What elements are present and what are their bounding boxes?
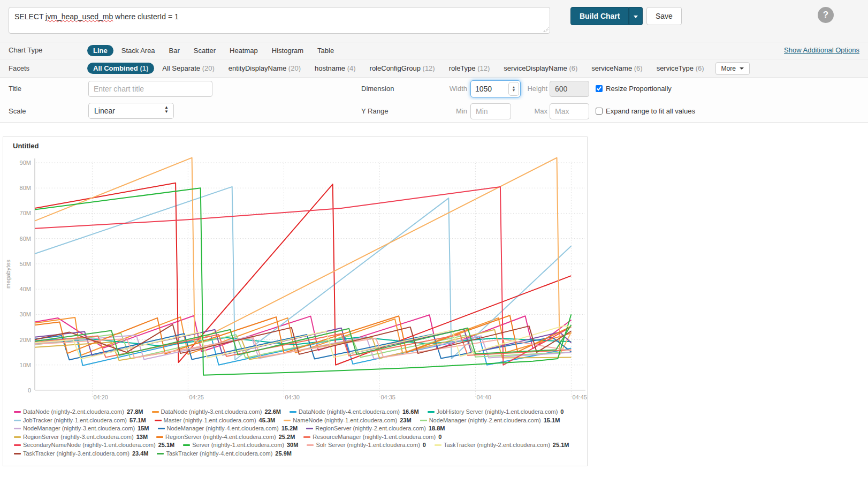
- legend-swatch: [420, 420, 427, 421]
- legend-item-solr-server-nightly-1[interactable]: Solr Server (nightly-1.ent.cloudera.com)…: [307, 441, 426, 450]
- facet-hostname[interactable]: hostname (4): [309, 63, 362, 74]
- save-button[interactable]: Save: [646, 7, 682, 25]
- legend-swatch: [284, 420, 291, 421]
- chart-type-bar[interactable]: Bar: [163, 45, 186, 56]
- legend-series-value: 18.8M: [429, 425, 445, 433]
- legend-series-name: Server (nightly-1.ent.cloudera.com): [192, 441, 284, 450]
- facet-all-separate[interactable]: All Separate (20): [156, 63, 220, 74]
- legend-swatch: [158, 428, 165, 429]
- legend-series-name: DataNode (nightly-4.ent.cloudera.com): [299, 408, 400, 416]
- title-dimension-row: Title Dimension Width ▲▼ Height Resize P…: [0, 78, 868, 100]
- chart-type-line[interactable]: Line: [87, 45, 113, 56]
- legend-series-value: 15.2M: [281, 425, 298, 433]
- legend-item-regionserver-nightly-2[interactable]: RegionServer (nightly-2.ent.cloudera.com…: [306, 425, 445, 433]
- svg-text:80M: 80M: [20, 185, 31, 191]
- legend-item-nodemanager-nightly-4[interactable]: NodeManager (nightly-4.ent.cloudera.com)…: [158, 425, 298, 433]
- build-chart-dropdown-button[interactable]: [629, 7, 643, 25]
- y-range-label: Y Range: [361, 107, 388, 115]
- svg-text:30M: 30M: [20, 311, 31, 317]
- legend-swatch: [14, 453, 21, 454]
- legend-item-jobhistory-server-nightly-1[interactable]: JobHistory Server (nightly-1.ent.clouder…: [428, 408, 564, 416]
- legend-item-datanode-nightly-2[interactable]: DataNode (nightly-2.ent.cloudera.com)27.…: [14, 408, 143, 416]
- facet-servicetype[interactable]: serviceType (6): [651, 63, 710, 74]
- legend-item-resourcemanager-nightly-1[interactable]: ResourceManager (nightly-1.ent.cloudera.…: [303, 433, 441, 442]
- min-label: Min: [425, 107, 467, 115]
- facet-all-combined[interactable]: All Combined (1): [87, 63, 154, 74]
- query-text: SELECT: [14, 12, 45, 21]
- legend-series-name: RegionServer (nightly-4.ent.cloudera.com…: [165, 433, 276, 442]
- y-min-input[interactable]: [470, 103, 511, 119]
- legend-item-nodemanager-nightly-2[interactable]: NodeManager (nightly-2.ent.cloudera.com)…: [420, 416, 560, 425]
- scale-label: Scale: [9, 107, 26, 115]
- build-chart-button[interactable]: Build Chart: [570, 7, 629, 25]
- legend-series-name: TaskTracker (nightly-4.ent.cloudera.com): [166, 450, 272, 458]
- chart-title-input[interactable]: [88, 81, 212, 97]
- resize-proportionally-checkbox[interactable]: [596, 85, 603, 92]
- facet-roletype[interactable]: roleType (12): [443, 63, 496, 74]
- legend-swatch: [14, 420, 21, 421]
- legend-item-secondarynamenode-nightly-1[interactable]: SecondaryNameNode (nightly-1.ent.clouder…: [14, 441, 174, 450]
- svg-text:04:25: 04:25: [189, 394, 204, 400]
- query-where-text: where clusterId = 1: [113, 12, 179, 21]
- chart-type-stack-area[interactable]: Stack Area: [116, 45, 161, 56]
- legend-swatch: [290, 411, 296, 413]
- legend-series-name: Solr Server (nightly-1.ent.cloudera.com): [316, 441, 420, 450]
- textarea-resize-handle[interactable]: [543, 27, 549, 32]
- legend-item-namenode-nightly-1[interactable]: NameNode (nightly-1.ent.cloudera.com)23M: [284, 416, 411, 425]
- facet-roleconfiggroup[interactable]: roleConfigGroup (12): [364, 63, 441, 74]
- legend-series-name: SecondaryNameNode (nightly-1.ent.clouder…: [23, 441, 156, 450]
- legend-item-datanode-nightly-4[interactable]: DataNode (nightly-4.ent.cloudera.com)16.…: [290, 408, 419, 416]
- legend-item-jobtracker-nightly-1[interactable]: JobTracker (nightly-1.ent.cloudera.com)5…: [14, 416, 146, 425]
- facet-pills: All Combined (1)All Separate (20)entityD…: [87, 59, 750, 77]
- legend-swatch: [14, 411, 21, 413]
- svg-text:60M: 60M: [20, 236, 31, 242]
- legend-series-value: 25.9M: [275, 450, 292, 458]
- chart-type-heatmap[interactable]: Heatmap: [224, 45, 264, 56]
- svg-text:10M: 10M: [20, 362, 31, 368]
- facets-more-button[interactable]: More: [715, 62, 750, 75]
- y-max-input[interactable]: [550, 103, 589, 119]
- tsquery-input[interactable]: SELECT jvm_heap_used_mb where clusterId …: [9, 7, 550, 34]
- svg-text:04:20: 04:20: [93, 394, 108, 400]
- y-axis-unit-label: megabytes: [5, 255, 11, 293]
- scale-yrange-row: Scale Linear ▲▼ Y Range Min Max Expand r…: [0, 100, 868, 123]
- legend-item-nodemanager-nightly-3[interactable]: NodeManager (nightly-3.ent.cloudera.com)…: [14, 425, 149, 433]
- legend-item-tasktracker-nightly-3[interactable]: TaskTracker (nightly-3.ent.cloudera.com)…: [14, 450, 148, 458]
- build-chart-button-group: Build Chart: [570, 7, 643, 25]
- legend-item-server-nightly-1[interactable]: Server (nightly-1.ent.cloudera.com)30M: [183, 441, 298, 450]
- legend-series-value: 23M: [400, 416, 411, 425]
- resize-proportionally-option: Resize Proportionally: [596, 85, 672, 93]
- svg-text:04:45: 04:45: [572, 394, 587, 400]
- width-input[interactable]: [472, 82, 506, 95]
- facet-servicename[interactable]: serviceName (6): [585, 63, 648, 74]
- legend-series-value: 0: [560, 408, 564, 416]
- query-panel: SELECT jvm_heap_used_mb where clusterId …: [0, 0, 868, 42]
- chart-type-label: Chart Type: [9, 46, 42, 54]
- legend-series-value: 23.4M: [132, 450, 149, 458]
- scale-select[interactable]: Linear ▲▼: [88, 103, 174, 119]
- facet-entitydisplayname[interactable]: entityDisplayName (20): [223, 63, 307, 74]
- legend-item-regionserver-nightly-4[interactable]: RegionServer (nightly-4.ent.cloudera.com…: [156, 433, 295, 442]
- legend-swatch: [152, 411, 159, 413]
- chart-type-scatter[interactable]: Scatter: [188, 45, 222, 56]
- help-icon[interactable]: ?: [818, 7, 834, 23]
- legend-series-name: NodeManager (nightly-4.ent.cloudera.com): [167, 425, 279, 433]
- legend-swatch: [306, 428, 313, 429]
- width-label: Width: [425, 85, 467, 93]
- legend-item-regionserver-nightly-3[interactable]: RegionServer (nightly-3.ent.cloudera.com…: [14, 433, 148, 442]
- chart-type-histogram[interactable]: Histogram: [266, 45, 309, 56]
- legend-item-master-nightly-1[interactable]: Master (nightly-1.ent.cloudera.com)45.3M: [155, 416, 276, 425]
- max-label: Max: [506, 107, 547, 115]
- legend-item-datanode-nightly-3[interactable]: DataNode (nightly-3.ent.cloudera.com)22.…: [152, 408, 281, 416]
- expand-range-checkbox[interactable]: [596, 108, 603, 115]
- legend-series-name: NodeManager (nightly-2.ent.cloudera.com): [429, 416, 541, 425]
- legend-item-tasktracker-nightly-2[interactable]: TaskTracker (nightly-2.ent.cloudera.com)…: [435, 441, 569, 450]
- chart-type-table[interactable]: Table: [311, 45, 340, 56]
- show-additional-options-link[interactable]: Show Additional Options: [784, 46, 859, 54]
- legend-item-tasktracker-nightly-4[interactable]: TaskTracker (nightly-4.ent.cloudera.com)…: [157, 450, 291, 458]
- legend-series-name: Master (nightly-1.ent.cloudera.com): [164, 416, 256, 425]
- legend-swatch: [14, 436, 21, 438]
- svg-text:90M: 90M: [20, 160, 31, 166]
- svg-text:70M: 70M: [20, 210, 31, 216]
- facet-servicedisplayname[interactable]: serviceDisplayName (6): [498, 63, 583, 74]
